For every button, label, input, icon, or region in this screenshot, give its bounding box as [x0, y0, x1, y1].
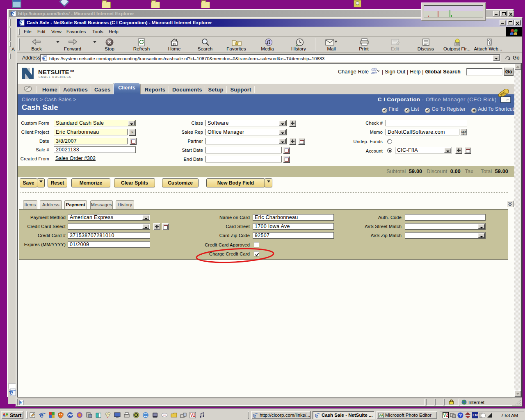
svg-text:V2: V2 [190, 413, 196, 418]
svg-text:e: e [42, 55, 45, 61]
svg-text:e: e [9, 389, 13, 396]
svg-text:e: e [11, 10, 14, 17]
svg-text:e: e [40, 412, 43, 418]
svg-text:?: ? [459, 413, 462, 418]
svg-text:e: e [19, 19, 22, 26]
svg-text:e: e [19, 400, 22, 405]
